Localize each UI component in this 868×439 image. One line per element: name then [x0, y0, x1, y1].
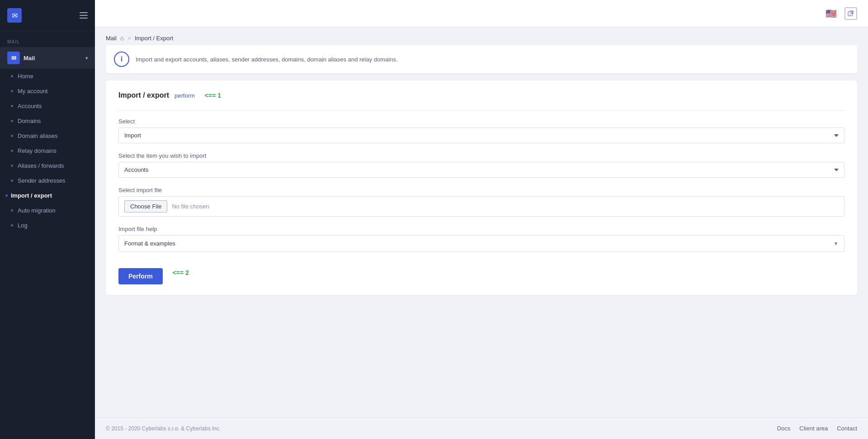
- breadcrumb-separator: >: [127, 35, 131, 42]
- sidebar-item-accounts[interactable]: Accounts: [0, 99, 95, 113]
- sidebar: ✉ MAIL ✉ Mail ▾ Home My account Accounts…: [0, 0, 95, 439]
- sidebar-item-label: Accounts: [18, 103, 42, 109]
- sidebar-item-label: My account: [18, 88, 47, 94]
- info-banner-text: Import and export accounts, aliases, sen…: [136, 56, 398, 63]
- select-group: Select Import Export: [118, 118, 844, 143]
- sidebar-section-label: MAIL: [0, 31, 95, 47]
- topbar: 🇺🇸: [95, 0, 868, 27]
- svg-rect-0: [848, 12, 852, 16]
- footer-links: Docs Client area Contact: [777, 425, 857, 432]
- mail-logo-icon: ✉: [7, 8, 22, 23]
- collapsible-title: Format & examples: [124, 240, 175, 247]
- breadcrumb-mail[interactable]: Mail: [106, 35, 117, 42]
- sidebar-header: ✉: [0, 0, 95, 31]
- sidebar-item-auto-migration[interactable]: Auto migration: [0, 203, 95, 218]
- sidebar-item-label: Auto migration: [18, 207, 56, 214]
- sidebar-item-log[interactable]: Log: [0, 218, 95, 233]
- hamburger-menu-button[interactable]: [80, 12, 88, 19]
- sidebar-item-label: Aliases / forwards: [18, 162, 64, 169]
- breadcrumb-current-page: Import / Export: [135, 35, 173, 42]
- sidebar-item-label: Home: [18, 73, 33, 80]
- import-help-label: Import file help: [118, 226, 844, 232]
- sidebar-item-aliases-forwards[interactable]: Aliases / forwards: [0, 158, 95, 173]
- item-select-group: Select the item you wish to import Accou…: [118, 152, 844, 178]
- footer-copyright: © 2015 - 2020 Cyberlabs s.r.o. & Cyberla…: [106, 425, 221, 432]
- sidebar-item-label: Import / export: [11, 192, 52, 199]
- footer-link-client-area[interactable]: Client area: [799, 425, 828, 432]
- card-subtitle: perform: [175, 92, 195, 99]
- format-examples-collapsible[interactable]: Format & examples ▼: [118, 235, 844, 252]
- footer-link-docs[interactable]: Docs: [777, 425, 791, 432]
- annotation-1: <== 1: [205, 92, 221, 99]
- file-input-label: Select import file: [118, 187, 844, 194]
- sidebar-item-relay-domains[interactable]: Relay domains: [0, 143, 95, 158]
- sidebar-parent-label: Mail: [24, 55, 35, 61]
- sidebar-item-import-export[interactable]: Import / export: [0, 188, 95, 203]
- perform-button[interactable]: Perform: [118, 268, 163, 284]
- sidebar-item-label: Domains: [18, 118, 41, 124]
- new-window-icon[interactable]: [844, 7, 857, 20]
- item-select-dropdown[interactable]: Accounts Aliases Domains Domain aliases …: [118, 162, 844, 178]
- sidebar-item-domain-aliases[interactable]: Domain aliases: [0, 128, 95, 143]
- card-header: Import / export perform <== 1: [118, 91, 844, 99]
- annotation-2: <== 2: [173, 269, 189, 276]
- sidebar-item-sender-addresses[interactable]: Sender addresses: [0, 173, 95, 188]
- item-select-label: Select the item you wish to import: [118, 152, 844, 159]
- select-dropdown[interactable]: Import Export: [118, 127, 844, 143]
- main-content: 🇺🇸 Mail ⌂ > Import / Export i Import and…: [95, 0, 868, 439]
- sidebar-item-label: Relay domains: [18, 147, 57, 154]
- import-help-group: Import file help Format & examples ▼: [118, 226, 844, 252]
- mail-icon: ✉: [7, 52, 20, 64]
- info-icon: i: [114, 52, 129, 67]
- sidebar-item-my-account[interactable]: My account: [0, 84, 95, 99]
- sidebar-item-label: Sender addresses: [18, 177, 66, 184]
- sidebar-item-domains[interactable]: Domains: [0, 113, 95, 128]
- footer-link-contact[interactable]: Contact: [837, 425, 857, 432]
- chevron-down-icon: ▼: [833, 241, 839, 247]
- info-banner: i Import and export accounts, aliases, s…: [106, 45, 857, 73]
- file-input-group: Select import file Choose File No file c…: [118, 187, 844, 217]
- sidebar-item-home[interactable]: Home: [0, 69, 95, 84]
- file-name-text: No file chosen: [172, 203, 209, 210]
- footer: © 2015 - 2020 Cyberlabs s.r.o. & Cyberla…: [95, 417, 868, 439]
- sidebar-item-label: Log: [18, 222, 28, 229]
- choose-file-button[interactable]: Choose File: [124, 200, 167, 212]
- select-label: Select: [118, 118, 844, 125]
- sidebar-parent-mail[interactable]: ✉ Mail ▾: [0, 47, 95, 69]
- perform-row: Perform <== 2: [118, 261, 844, 284]
- import-export-card: Import / export perform <== 1 Select Imp…: [106, 80, 857, 295]
- card-title: Import / export: [118, 91, 169, 99]
- file-input-wrapper: Choose File No file chosen: [118, 196, 844, 217]
- chevron-down-icon: ▾: [85, 56, 88, 61]
- home-icon[interactable]: ⌂: [120, 34, 124, 42]
- language-flag-icon[interactable]: 🇺🇸: [825, 7, 837, 20]
- breadcrumb: Mail ⌂ > Import / Export: [95, 27, 868, 45]
- sidebar-item-label: Domain aliases: [18, 132, 58, 139]
